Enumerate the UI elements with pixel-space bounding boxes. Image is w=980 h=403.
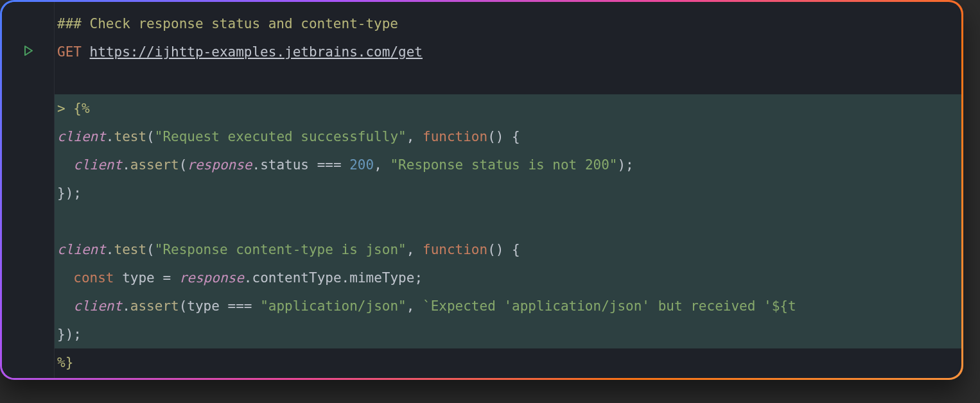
- script-open-delim: > {%: [57, 101, 90, 116]
- code-line: client.test("Response content-type is js…: [55, 236, 961, 264]
- number-literal: 200: [349, 157, 374, 173]
- closing-brace: });: [57, 327, 82, 342]
- function-keyword: function: [423, 242, 487, 257]
- const-keyword: const: [73, 270, 114, 286]
- code-line-blank: [55, 66, 961, 94]
- code-line: client.test("Request executed successful…: [55, 123, 961, 151]
- function-keyword: function: [423, 129, 487, 144]
- code-area[interactable]: ### Check response status and content-ty…: [55, 2, 961, 378]
- http-method: GET: [57, 44, 82, 60]
- client-obj: client: [57, 242, 106, 257]
- test-func: test: [114, 129, 147, 144]
- assert-func: assert: [130, 298, 179, 314]
- string-literal: "Response content-type is json": [155, 242, 407, 257]
- string-literal: "application/json": [260, 298, 407, 314]
- code-line: > {%: [55, 94, 961, 123]
- code-line-blank: [55, 207, 961, 236]
- code-line: });: [55, 320, 961, 348]
- var-ref: type: [187, 298, 220, 314]
- string-literal: "Response status is not 200": [390, 157, 617, 173]
- code-line: GET https://ijhttp-examples.jetbrains.co…: [55, 38, 961, 66]
- client-obj: client: [73, 298, 122, 314]
- prop: contentType: [252, 270, 342, 286]
- string-literal: "Request executed successfully": [155, 129, 407, 144]
- response-obj: response: [179, 270, 244, 286]
- template-literal: `Expected 'application/json' but receive…: [423, 298, 796, 314]
- client-obj: client: [73, 157, 122, 173]
- code-line: client.assert(type === "application/json…: [55, 292, 961, 320]
- var-name: type: [122, 270, 155, 286]
- assert-func: assert: [130, 157, 179, 173]
- code-line: ### Check response status and content-ty…: [55, 10, 961, 38]
- status-prop: status: [260, 157, 309, 173]
- editor-inner: ### Check response status and content-ty…: [2, 2, 961, 378]
- editor-gutter: [2, 2, 55, 378]
- editor-window: ### Check response status and content-ty…: [0, 0, 963, 380]
- client-obj: client: [57, 129, 106, 144]
- test-func: test: [114, 242, 147, 257]
- code-line: %}: [55, 348, 961, 377]
- prop: mimeType: [349, 270, 414, 286]
- request-url[interactable]: https://ijhttp-examples.jetbrains.com/ge…: [90, 44, 423, 60]
- code-line: });: [55, 179, 961, 207]
- comment-marker: ###: [57, 16, 90, 31]
- code-line: const type = response.contentType.mimeTy…: [55, 264, 961, 292]
- response-obj: response: [187, 157, 252, 173]
- run-icon[interactable]: [2, 37, 54, 65]
- comment-text: Check response status and content-type: [90, 16, 398, 31]
- closing-brace: });: [57, 185, 82, 201]
- script-close-delim: %}: [57, 355, 73, 370]
- code-line: client.assert(response.status === 200, "…: [55, 151, 961, 179]
